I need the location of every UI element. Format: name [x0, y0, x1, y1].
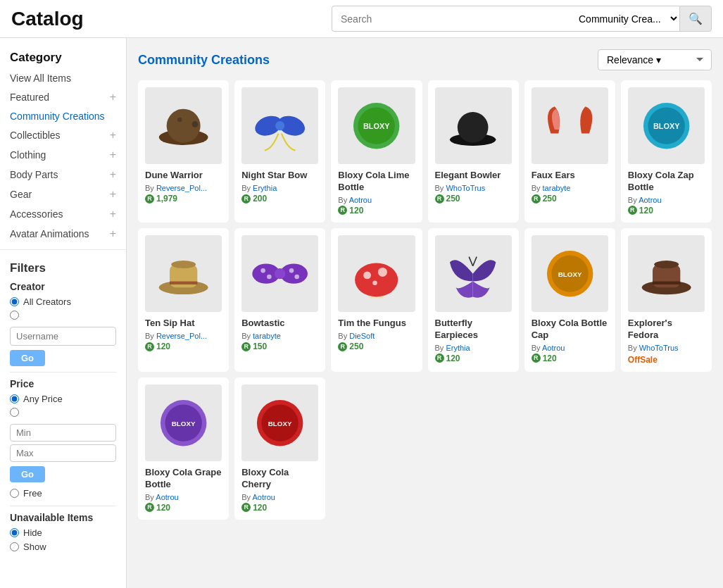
svg-point-11 — [458, 112, 489, 143]
search-bar: Community Crea... 🔍 — [332, 6, 712, 32]
price-range-option[interactable] — [10, 408, 116, 417]
item-card-bloxy-cola-zap[interactable]: BLOXY Bloxy Cola Zap Bottle By Aotrou R1… — [621, 80, 712, 223]
item-card-bloxy-cola-cherry[interactable]: BLOXY Bloxy Cola Cherry By Aotrou R120 — [234, 377, 325, 520]
item-creator-link[interactable]: tarabyte — [543, 184, 571, 192]
hide-option[interactable]: Hide — [10, 527, 116, 538]
item-creator-link[interactable]: tarabyte — [253, 332, 281, 340]
all-creators-option[interactable]: All Creators — [10, 296, 116, 307]
item-creator-link[interactable]: WhoToTrus — [639, 344, 679, 352]
item-card-bloxy-cola-lime[interactable]: BLOXY Bloxy Cola Lime Bottle By Aotrou R… — [331, 80, 422, 223]
sidebar-item-label: Body Parts — [10, 169, 58, 180]
username-option[interactable] — [10, 311, 116, 320]
price-max-input[interactable] — [10, 444, 116, 462]
price-radio-group: Any Price — [10, 394, 116, 417]
svg-point-23 — [267, 275, 272, 280]
item-creator-link[interactable]: Erythia — [253, 184, 277, 192]
sidebar-item-label: Avatar Animations — [10, 228, 89, 239]
sidebar-item-gear[interactable]: Gear + — [0, 184, 126, 204]
sidebar-item-clothing[interactable]: Clothing + — [0, 145, 126, 165]
svg-point-6 — [275, 121, 284, 130]
item-card-butterfly-earpieces[interactable]: Butterfly Earpieces By Erythia R120 — [428, 228, 519, 372]
search-input[interactable] — [332, 6, 569, 32]
svg-point-25 — [294, 275, 299, 280]
expand-icon: + — [110, 149, 116, 161]
price-min-input[interactable] — [10, 424, 116, 442]
item-card-dune-warrior[interactable]: Dune Warrior By Reverse_Pol... R1,979 — [138, 80, 229, 223]
svg-text:BLOXY: BLOXY — [558, 270, 581, 278]
item-card-elegant-bowler[interactable]: Elegant Bowler By WhoToTrus R250 — [428, 80, 519, 223]
any-price-radio[interactable] — [10, 394, 19, 404]
robux-icon: R — [628, 206, 637, 215]
sidebar-item-avatar-animations[interactable]: Avatar Animations + — [0, 224, 126, 244]
item-name: Tim the Fungus — [338, 318, 415, 330]
robux-icon: R — [145, 342, 154, 351]
item-creator: By Aotrou — [532, 344, 608, 352]
item-card-bloxy-cola-bottle-cap[interactable]: BLOXY Bloxy Cola Bottle Cap By Aotrou R1… — [524, 228, 615, 372]
item-creator: By Reverse_Pol... — [145, 184, 222, 192]
search-button[interactable]: 🔍 — [679, 6, 712, 32]
category-title: Category — [0, 46, 126, 69]
price-range-radio[interactable] — [10, 408, 19, 417]
free-option[interactable]: Free — [10, 488, 116, 499]
item-card-night-star-bow[interactable]: Night Star Bow By Erythia R200 — [234, 80, 325, 223]
item-creator-link[interactable]: Erythia — [446, 344, 470, 352]
search-category-select[interactable]: Community Crea... — [569, 6, 679, 32]
sidebar-item-body-parts[interactable]: Body Parts + — [0, 165, 126, 184]
item-creator: By Erythia — [435, 344, 512, 352]
sidebar-item-featured[interactable]: Featured + — [0, 87, 126, 107]
item-price: R120 — [145, 503, 222, 513]
item-creator-link[interactable]: Aotrou — [252, 493, 275, 501]
item-card-faux-ears[interactable]: Faux Ears By tarabyte R250 — [524, 80, 615, 223]
item-name: Bloxy Cola Grape Bottle — [145, 467, 222, 491]
item-creator-link[interactable]: Reverse_Pol... — [156, 332, 207, 340]
item-name: Night Star Bow — [241, 170, 318, 182]
sidebar-item-collectibles[interactable]: Collectibles + — [0, 125, 126, 145]
item-card-bloxy-cola-grape[interactable]: BLOXY Bloxy Cola Grape Bottle By Aotrou … — [138, 377, 229, 520]
all-creators-radio[interactable] — [10, 297, 19, 306]
item-name: Bloxy Cola Bottle Cap — [532, 318, 608, 342]
item-creator-link[interactable]: Aotrou — [639, 196, 661, 204]
show-radio[interactable] — [10, 542, 19, 551]
main-layout: Category View All Items Featured + Commu… — [0, 38, 723, 588]
item-name: Elegant Bowler — [435, 170, 512, 182]
sidebar-item-label: Gear — [10, 189, 32, 200]
username-input[interactable] — [10, 327, 116, 346]
any-price-option[interactable]: Any Price — [10, 394, 116, 404]
sidebar-item-all-items[interactable]: View All Items — [0, 69, 126, 87]
item-price: R250 — [435, 194, 512, 204]
svg-text:BLOXY: BLOXY — [172, 420, 196, 427]
username-radio[interactable] — [10, 311, 19, 320]
hide-radio[interactable] — [10, 528, 19, 537]
svg-point-24 — [289, 268, 294, 273]
item-creator-link[interactable]: DieSoft — [349, 332, 375, 340]
sidebar-item-community-creations[interactable]: Community Creations — [0, 107, 126, 125]
free-radio[interactable] — [10, 489, 19, 498]
item-card-explorers-fedora[interactable]: Explorer's Fedora By WhoToTrus OffSale — [621, 228, 712, 372]
item-card-ten-sip-hat[interactable]: Ten Sip Hat By Reverse_Pol... R120 — [138, 228, 229, 372]
robux-icon: R — [338, 206, 347, 215]
item-creator-link[interactable]: Aotrou — [349, 196, 372, 204]
item-creator-link[interactable]: Aotrou — [542, 344, 565, 352]
svg-point-22 — [260, 268, 265, 273]
price-label: Price — [10, 378, 116, 389]
item-creator-link[interactable]: Reverse_Pol... — [156, 184, 207, 192]
item-card-tim-fungus[interactable]: Tim the Fungus By DieSoft R250 — [331, 228, 422, 372]
sidebar-item-accessories[interactable]: Accessories + — [0, 204, 126, 224]
divider3 — [10, 506, 116, 506]
sort-select[interactable]: Relevance ▾ Most Favorited Best Selling … — [598, 49, 712, 70]
item-card-bowtastic[interactable]: Bowtastic By tarabyte R150 — [234, 228, 325, 372]
svg-line-32 — [473, 257, 477, 266]
item-price: R250 — [338, 342, 415, 351]
item-thumbnail — [628, 235, 705, 312]
item-creator-link[interactable]: WhoToTrus — [446, 184, 485, 192]
expand-icon: + — [110, 168, 116, 181]
price-go-button[interactable]: Go — [10, 466, 45, 482]
item-thumbnail — [145, 235, 222, 312]
show-option[interactable]: Show — [10, 542, 116, 552]
robux-icon: R — [532, 194, 541, 204]
content-area: Community Creations Relevance ▾ Most Fav… — [127, 38, 723, 588]
item-creator-link[interactable]: Aotrou — [156, 493, 178, 501]
creator-go-button[interactable]: Go — [10, 350, 45, 366]
robux-icon: R — [241, 503, 251, 512]
item-name: Bloxy Cola Zap Bottle — [628, 170, 705, 194]
